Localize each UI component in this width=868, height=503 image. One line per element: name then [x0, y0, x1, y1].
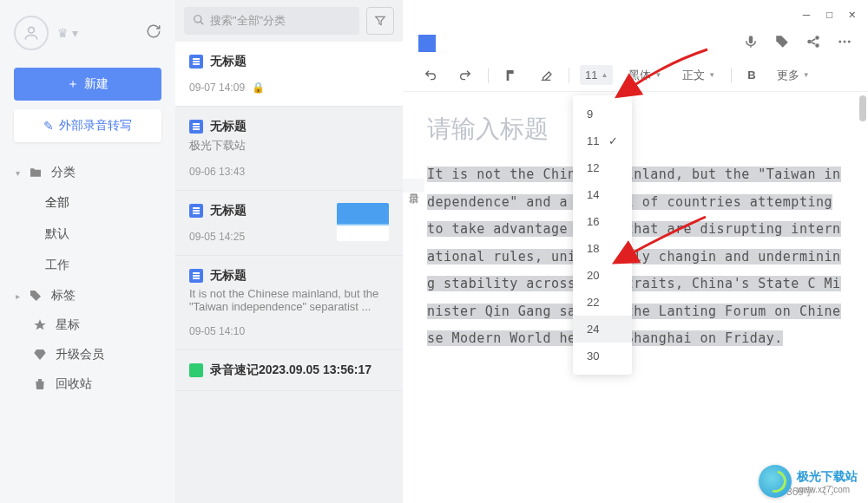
sync-icon[interactable] — [146, 23, 161, 42]
svg-point-8 — [848, 41, 851, 43]
chevron-down-icon: ▼ — [803, 71, 810, 79]
bold-button[interactable]: B — [742, 65, 760, 85]
close-button[interactable]: ✕ — [849, 7, 856, 21]
document-icon — [189, 120, 203, 134]
fontsize-option[interactable]: 14 — [573, 181, 632, 208]
fontsize-option[interactable]: 18 — [573, 235, 632, 262]
share-icon[interactable] — [806, 34, 821, 53]
star-icon — [33, 318, 47, 332]
chevron-down-icon: ▼ — [654, 71, 661, 79]
note-title: 无标题 — [210, 119, 247, 134]
nav-item-label: 升级会员 — [56, 347, 104, 363]
svg-rect-2 — [749, 36, 753, 43]
new-button[interactable]: ＋ 新建 — [14, 68, 161, 101]
note-time: 09-07 14:09 — [189, 82, 245, 94]
fontsize-option[interactable]: 11 — [573, 127, 632, 154]
chevron-up-icon: ▲ — [601, 71, 608, 79]
redo-icon — [458, 69, 472, 82]
nav-item-default[interactable]: 默认 — [0, 219, 175, 250]
external-audio-button[interactable]: ✎ 外部录音转写 — [14, 109, 161, 142]
search-placeholder: 搜索"全部"分类 — [210, 13, 286, 29]
folder-icon — [29, 166, 43, 180]
document-page[interactable]: 目录 请输入标题 It is not the Chinese mainland,… — [403, 92, 868, 503]
fontsize-menu: 9111214161820222430 — [573, 95, 632, 375]
paragraph-dropdown[interactable]: 正文 ▼ — [677, 64, 720, 87]
undo-button[interactable] — [418, 65, 443, 86]
note-time: 09-06 13:43 — [189, 166, 245, 178]
plus-icon: ＋ — [67, 76, 79, 92]
nav-item-all[interactable]: 全部 — [0, 187, 175, 219]
fontsize-option[interactable]: 16 — [573, 208, 632, 235]
nav-item-label: 星标 — [56, 317, 80, 333]
document-icon — [189, 55, 203, 69]
undo-icon — [424, 69, 437, 82]
collapse-sidebar-icon[interactable] — [418, 35, 436, 52]
document-icon — [189, 269, 203, 283]
nav-item-upgrade[interactable]: 升级会员 — [0, 340, 175, 369]
nav-group-label: 标签 — [51, 288, 76, 304]
note-card[interactable]: 录音速记2023.09.05 13:56:17 — [175, 350, 403, 391]
tag-icon[interactable] — [774, 34, 790, 53]
filter-icon — [374, 15, 386, 27]
nav-item-trash[interactable]: 回收站 — [0, 369, 175, 399]
fontsize-dropdown[interactable]: 11 ▲ — [580, 65, 613, 85]
nav-item-work[interactable]: 工作 — [0, 250, 175, 281]
more-dropdown[interactable]: 更多 ▼ — [772, 64, 815, 87]
fontsize-option[interactable]: 9 — [573, 101, 632, 127]
pencil-icon: ✎ — [43, 119, 54, 133]
more-icon[interactable] — [837, 34, 852, 53]
scrollbar-vertical[interactable] — [859, 95, 866, 121]
fontsize-value: 11 — [585, 69, 597, 82]
minimize-button[interactable]: — — [803, 7, 810, 21]
more-label: 更多 — [777, 68, 799, 83]
note-card[interactable]: 无标题09-05 14:25 — [175, 191, 403, 256]
document-body[interactable]: It is not the Chinese mainland, but the … — [427, 167, 841, 346]
note-title: 无标题 — [210, 54, 247, 69]
note-title: 录音速记2023.09.05 13:56:17 — [210, 363, 372, 378]
external-audio-label: 外部录音转写 — [59, 118, 132, 134]
fontsize-option[interactable]: 22 — [573, 289, 632, 316]
note-card[interactable]: 无标题极光下载站09-06 13:43 — [175, 107, 403, 191]
nav-group-label: 分类 — [51, 165, 76, 180]
svg-point-4 — [815, 36, 819, 40]
note-preview: 极光下载站 — [189, 138, 389, 154]
svg-point-1 — [194, 15, 201, 22]
fontsize-option[interactable]: 20 — [573, 262, 632, 289]
new-button-label: 新建 — [84, 76, 108, 92]
window-titlebar: — ☐ ✕ — [403, 0, 868, 28]
svg-point-5 — [815, 43, 819, 48]
note-time: 09-05 14:10 — [189, 325, 245, 337]
nav-group-category[interactable]: ▾ 分类 — [0, 158, 175, 187]
note-list: 搜索"全部"分类 无标题09-07 14:09🔒无标题极光下载站09-06 13… — [175, 0, 403, 503]
font-value: 黑体 — [628, 68, 651, 83]
note-card[interactable]: 无标题09-07 14:09🔒 — [175, 42, 403, 107]
format-brush-button[interactable] — [499, 65, 523, 86]
crown-icon: ♛ ▾ — [57, 26, 78, 40]
eraser-icon — [539, 69, 553, 82]
note-card[interactable]: 无标题It is not the Chinese mainland, but t… — [175, 256, 403, 350]
mic-icon[interactable] — [743, 34, 759, 53]
watermark: 极光下载站 www.xz7.com — [759, 465, 858, 498]
tag-icon — [29, 289, 43, 303]
maximize-button[interactable]: ☐ — [825, 7, 832, 21]
search-input[interactable]: 搜索"全部"分类 — [184, 7, 359, 35]
chevron-down-icon: ▼ — [708, 71, 715, 79]
fontsize-option[interactable]: 30 — [573, 343, 632, 369]
avatar[interactable] — [14, 16, 49, 50]
font-dropdown[interactable]: 黑体 ▼ — [623, 64, 667, 87]
fontsize-option[interactable]: 12 — [573, 154, 632, 181]
nav-item-starred[interactable]: 星标 — [0, 310, 175, 340]
document-title-placeholder[interactable]: 请输入标题 — [427, 113, 844, 146]
svg-point-0 — [29, 27, 35, 33]
nav-sidebar: ♛ ▾ ＋ 新建 ✎ 外部录音转写 ▾ 分类 全部 默认 工作 ▸ 标签 星标 — [0, 0, 175, 503]
clear-format-button[interactable] — [534, 65, 558, 86]
redo-button[interactable] — [453, 65, 477, 86]
watermark-logo-icon — [759, 465, 792, 498]
note-time: 09-05 14:25 — [189, 231, 245, 243]
nav-group-tags[interactable]: ▸ 标签 — [0, 281, 175, 310]
outline-tab[interactable]: 目录 — [403, 179, 424, 193]
trash-icon — [33, 377, 47, 391]
filter-button[interactable] — [366, 7, 394, 35]
watermark-name: 极光下载站 — [797, 469, 858, 483]
fontsize-option[interactable]: 24 — [573, 316, 632, 343]
